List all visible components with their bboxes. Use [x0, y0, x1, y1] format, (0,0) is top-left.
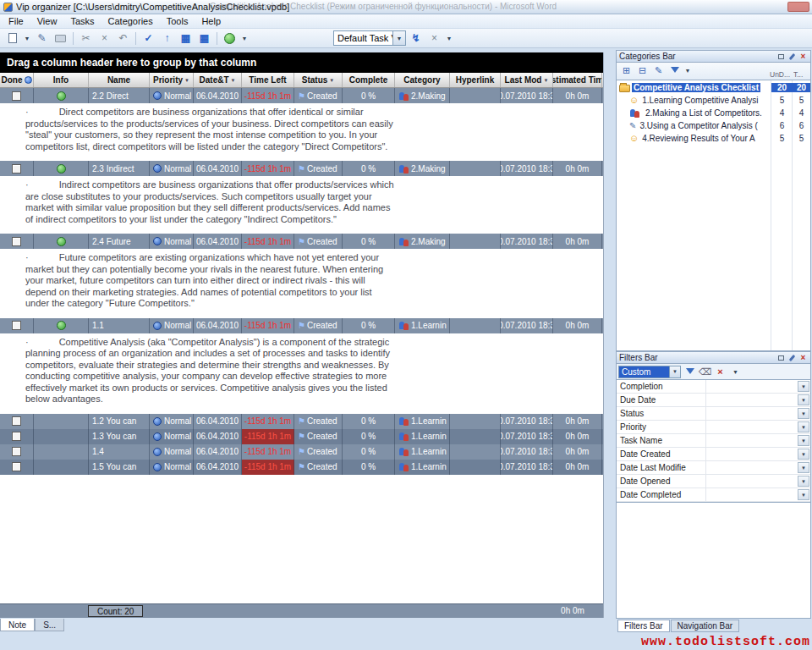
menu-help[interactable]: Help: [195, 15, 228, 27]
chevron-down-icon[interactable]: ▼: [798, 489, 809, 500]
task-row[interactable]: 1.5 You can Normal 06.04.2010 -115d 1h 1…: [0, 460, 603, 475]
close-panel-icon[interactable]: ×: [798, 353, 808, 362]
filter-value-combo[interactable]: ▼: [706, 380, 810, 393]
column-header-estimated-time[interactable]: stimated Tim: [553, 73, 602, 87]
task-row[interactable]: 1.4 Normal 06.04.2010 -115d 1h 1m ⚑Creat…: [0, 444, 603, 460]
done-checkbox[interactable]: [12, 237, 21, 246]
done-checkbox[interactable]: [12, 321, 21, 330]
chevron-down-icon[interactable]: ▼: [798, 462, 809, 473]
group-by-bar[interactable]: Drag a column header here to group by th…: [0, 52, 603, 73]
restore-panel-icon[interactable]: [776, 52, 786, 61]
filter-value-combo[interactable]: ▼: [706, 448, 810, 460]
new-task-dropdown-icon[interactable]: ▼: [22, 30, 32, 47]
move-up-icon[interactable]: ↑: [158, 30, 176, 47]
edit-task-icon[interactable]: ✎: [33, 30, 51, 47]
column-header-name[interactable]: Name: [89, 73, 150, 87]
category-row[interactable]: ✎ 3.Using a Competitor Analysis ( 6 6: [617, 119, 810, 132]
pin-panel-icon[interactable]: [787, 52, 797, 61]
category-row[interactable]: 2.Making a List of Competitors. 4 4: [617, 107, 810, 119]
pin-panel-icon[interactable]: [787, 353, 797, 362]
done-checkbox[interactable]: [12, 462, 21, 471]
tab-note[interactable]: Note: [0, 619, 35, 631]
menu-tasks[interactable]: Tasks: [63, 15, 101, 27]
chevron-down-icon[interactable]: ▼: [669, 366, 680, 377]
chevron-down-icon[interactable]: ▼: [798, 435, 809, 446]
filter-options-dropdown-icon[interactable]: ▼: [729, 366, 742, 378]
expand-all-icon[interactable]: ⊞: [619, 64, 634, 77]
column-header-info[interactable]: Info: [34, 73, 89, 87]
chevron-down-icon[interactable]: ▼: [392, 31, 405, 45]
more-options-icon[interactable]: ▼: [683, 64, 692, 77]
chevron-down-icon[interactable]: ▼: [798, 381, 809, 392]
new-task-icon[interactable]: [3, 30, 21, 47]
done-checkbox[interactable]: [12, 91, 21, 101]
done-checkbox[interactable]: [12, 164, 21, 174]
menu-file[interactable]: File: [2, 15, 30, 27]
chevron-down-icon[interactable]: ▼: [798, 476, 809, 487]
filter-dropdown-icon[interactable]: ▼: [231, 78, 236, 83]
column-header-last-mod[interactable]: Last Mod▼: [501, 73, 553, 87]
menu-view[interactable]: View: [30, 15, 64, 27]
collapse-all-icon[interactable]: ⊟: [635, 64, 650, 77]
tab-filters-bar[interactable]: Filters Bar: [617, 620, 670, 632]
delete-icon[interactable]: ×: [96, 30, 113, 47]
clear-filter-icon[interactable]: ⌫: [699, 366, 711, 378]
sync-dropdown-icon[interactable]: ▼: [239, 30, 250, 47]
remove-filter-icon[interactable]: ×: [714, 366, 727, 378]
column-header-date[interactable]: Date&T▼: [194, 73, 242, 87]
filter-dropdown-icon[interactable]: ▼: [543, 78, 548, 83]
edit-category-icon[interactable]: ✎: [651, 64, 666, 77]
filter-categories-icon[interactable]: [667, 64, 682, 77]
menu-tools[interactable]: Tools: [160, 15, 195, 27]
view-panels-icon[interactable]: ▦: [195, 30, 213, 47]
done-checkbox[interactable]: [12, 416, 21, 426]
column-header-complete[interactable]: Complete: [343, 73, 395, 87]
filter-dropdown-icon[interactable]: ▼: [184, 78, 189, 83]
chevron-down-icon[interactable]: ▼: [798, 408, 809, 419]
task-row[interactable]: 1.1 Normal 06.04.2010 -115d 1h 1m ⚑Creat…: [0, 318, 603, 333]
done-checkbox[interactable]: [12, 432, 21, 441]
undone-column-header[interactable]: UnD...: [770, 70, 792, 79]
column-header-status[interactable]: Status▼: [294, 73, 343, 87]
menu-categories[interactable]: Categories: [102, 15, 160, 27]
filter-value-combo[interactable]: ▼: [706, 394, 810, 406]
task-row[interactable]: 2.2 Direct Normal 06.04.2010 -115d 1h 1m…: [0, 88, 603, 103]
apply-view-icon[interactable]: ↯: [407, 30, 425, 47]
category-row-root[interactable]: Competitive Analysis Checklist 20 20: [617, 81, 810, 94]
task-row[interactable]: 2.3 Indirect Normal 06.04.2010 -115d 1h …: [0, 161, 603, 176]
filter-value-combo[interactable]: ▼: [706, 434, 810, 447]
tab-s[interactable]: S...: [35, 619, 64, 631]
column-header-time-left[interactable]: Time Left: [242, 73, 294, 87]
category-row[interactable]: ☺ 1.Learning Competitive Analysi 5 5: [617, 94, 810, 107]
filter-preset-combo[interactable]: Custom ▼: [618, 366, 681, 378]
sync-icon[interactable]: [221, 30, 239, 47]
category-row[interactable]: ☺ 4.Reviewing Results of Your A 5 5: [617, 132, 810, 145]
restore-panel-icon[interactable]: [776, 353, 786, 362]
column-header-done[interactable]: Done: [0, 73, 34, 87]
complete-task-icon[interactable]: ✓: [140, 30, 157, 47]
chevron-down-icon[interactable]: ▼: [798, 394, 809, 405]
total-column-header[interactable]: T...: [793, 70, 810, 79]
clear-view-icon[interactable]: ×: [425, 30, 443, 47]
filter-value-combo[interactable]: ▼: [706, 475, 810, 488]
close-panel-icon[interactable]: ×: [798, 52, 808, 61]
done-checkbox[interactable]: [12, 447, 21, 456]
filter-value-combo[interactable]: ▼: [706, 461, 810, 474]
chevron-down-icon[interactable]: ▼: [798, 421, 809, 432]
column-header-category[interactable]: Category: [395, 73, 450, 87]
task-row[interactable]: 1.3 You can Normal 06.04.2010 -115d 1h 1…: [0, 429, 603, 444]
title-bar[interactable]: Vip organizer [C:\Users\dmitry\Competiti…: [0, 0, 812, 14]
tab-navigation-bar[interactable]: Navigation Bar: [671, 620, 740, 632]
task-row[interactable]: 2.4 Future Normal 06.04.2010 -115d 1h 1m…: [0, 234, 603, 249]
chevron-down-icon[interactable]: ▼: [798, 449, 809, 460]
cut-icon[interactable]: ✂: [77, 30, 95, 47]
filter-value-combo[interactable]: ▼: [706, 488, 810, 501]
task-row[interactable]: 1.2 You can Normal 06.04.2010 -115d 1h 1…: [0, 414, 603, 429]
task-view-combo[interactable]: Default Task V ▼: [333, 30, 406, 46]
undo-icon[interactable]: ↶: [114, 30, 132, 47]
filter-value-combo[interactable]: ▼: [706, 407, 810, 420]
column-header-hyperlink[interactable]: Hyperlink: [450, 73, 501, 87]
print-icon[interactable]: [52, 30, 69, 47]
column-header-priority[interactable]: Priority▼: [150, 73, 194, 87]
filter-dropdown-icon[interactable]: ▼: [329, 78, 334, 83]
